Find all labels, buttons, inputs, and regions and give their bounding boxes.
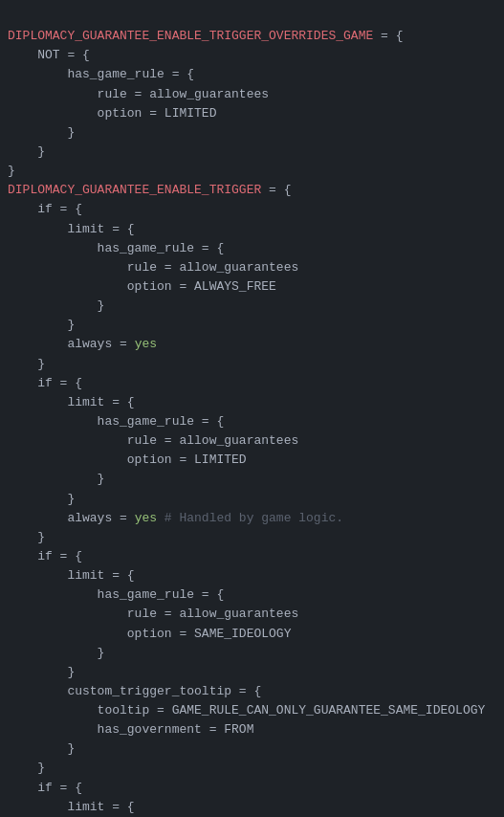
code-token: = { — [373, 29, 403, 43]
code-token: always = — [8, 337, 135, 351]
code-line: } — [0, 528, 504, 547]
code-editor: DIPLOMACY_GUARANTEE_ENABLE_TRIGGER_OVERR… — [0, 0, 504, 817]
code-line: option = SAME_IDEOLOGY — [0, 625, 504, 644]
code-line: } — [0, 490, 504, 509]
code-token: limit = { — [8, 800, 135, 814]
code-token: yes — [135, 337, 157, 351]
code-token: has_game_rule = { — [8, 67, 194, 81]
code-line: rule = allow_guarantees — [0, 85, 504, 104]
code-token: limit = { — [8, 395, 135, 409]
code-token: always = — [8, 511, 135, 525]
code-token: } — [8, 357, 45, 371]
code-token: if = { — [8, 549, 82, 563]
code-line: has_game_rule = { — [0, 412, 504, 431]
code-line: } — [0, 316, 504, 335]
code-token: limit = { — [8, 222, 135, 236]
code-line: limit = { — [0, 393, 504, 412]
code-line: limit = { — [0, 798, 504, 817]
code-token: } — [8, 665, 75, 679]
code-token: yes — [135, 511, 157, 525]
code-token: tooltip = GAME_RULE_CAN_ONLY_GUARANTEE_S… — [8, 703, 485, 718]
code-line: if = { — [0, 374, 504, 393]
code-line: rule = allow_guarantees — [0, 605, 504, 624]
code-line: } — [0, 663, 504, 682]
code-line: tooltip = GAME_RULE_CAN_ONLY_GUARANTEE_S… — [0, 701, 504, 720]
code-token: has_game_rule = { — [8, 414, 224, 429]
code-line: always = yes — [0, 335, 504, 354]
code-token: } — [8, 646, 104, 660]
code-token: # Handled by game logic. — [157, 511, 343, 525]
code-line: has_game_rule = { — [0, 585, 504, 605]
code-token: option = LIMITED — [8, 453, 247, 467]
code-line: has_game_rule = { — [0, 65, 504, 84]
code-line: rule = allow_guarantees — [0, 258, 504, 277]
code-token: rule = allow_guarantees — [8, 607, 298, 621]
code-token: } — [8, 164, 15, 178]
code-token: } — [8, 472, 104, 486]
code-token: DIPLOMACY_GUARANTEE_ENABLE_TRIGGER — [8, 183, 261, 197]
code-token: has_government = FROM — [8, 722, 253, 737]
code-token: rule = allow_guarantees — [8, 87, 269, 101]
code-token: has_game_rule = { — [8, 241, 224, 255]
code-line: } — [0, 162, 504, 181]
code-token: } — [8, 741, 75, 756]
code-line: if = { — [0, 547, 504, 566]
code-line: } — [0, 644, 504, 663]
code-token: } — [8, 318, 75, 332]
code-line: always = yes # Handled by game logic. — [0, 509, 504, 528]
code-token: DIPLOMACY_GUARANTEE_ENABLE_TRIGGER_OVERR… — [8, 29, 373, 43]
code-line: } — [0, 740, 504, 759]
code-line: } — [0, 143, 504, 162]
code-line: option = LIMITED — [0, 451, 504, 470]
code-line: limit = { — [0, 220, 504, 239]
code-line: DIPLOMACY_GUARANTEE_ENABLE_TRIGGER_OVERR… — [0, 27, 504, 46]
code-line: if = { — [0, 779, 504, 798]
code-line: DIPLOMACY_GUARANTEE_ENABLE_TRIGGER = { — [0, 181, 504, 200]
code-token: option = SAME_IDEOLOGY — [8, 627, 291, 641]
code-line: option = ALWAYS_FREE — [0, 277, 504, 297]
code-token: rule = allow_guarantees — [8, 260, 298, 275]
code-token: rule = allow_guarantees — [8, 433, 298, 448]
code-line: } — [0, 123, 504, 143]
code-token: option = ALWAYS_FREE — [8, 279, 276, 294]
code-token: } — [8, 492, 75, 506]
code-token: if = { — [8, 781, 82, 795]
code-token: has_game_rule = { — [8, 587, 224, 602]
code-line: limit = { — [0, 566, 504, 585]
code-token: = { — [261, 183, 291, 197]
code-line: } — [0, 759, 504, 778]
code-line: } — [0, 297, 504, 316]
code-token: NOT = { — [8, 48, 90, 62]
code-line: NOT = { — [0, 46, 504, 65]
code-line: } — [0, 355, 504, 374]
code-token: option = LIMITED — [8, 106, 216, 121]
code-line: if = { — [0, 200, 504, 219]
code-line: has_government = FROM — [0, 720, 504, 740]
code-token: } — [8, 144, 45, 159]
code-line: has_game_rule = { — [0, 239, 504, 258]
code-token: } — [8, 530, 45, 544]
code-line: } — [0, 470, 504, 489]
code-token: } — [8, 298, 104, 313]
code-line: option = LIMITED — [0, 104, 504, 123]
code-token: custom_trigger_tooltip = { — [8, 684, 261, 698]
code-token: } — [8, 761, 45, 775]
code-token: limit = { — [8, 568, 135, 583]
code-line: rule = allow_guarantees — [0, 431, 504, 451]
code-line: custom_trigger_tooltip = { — [0, 682, 504, 701]
code-token: } — [8, 125, 75, 140]
code-token: if = { — [8, 376, 82, 390]
code-token: if = { — [8, 202, 82, 216]
